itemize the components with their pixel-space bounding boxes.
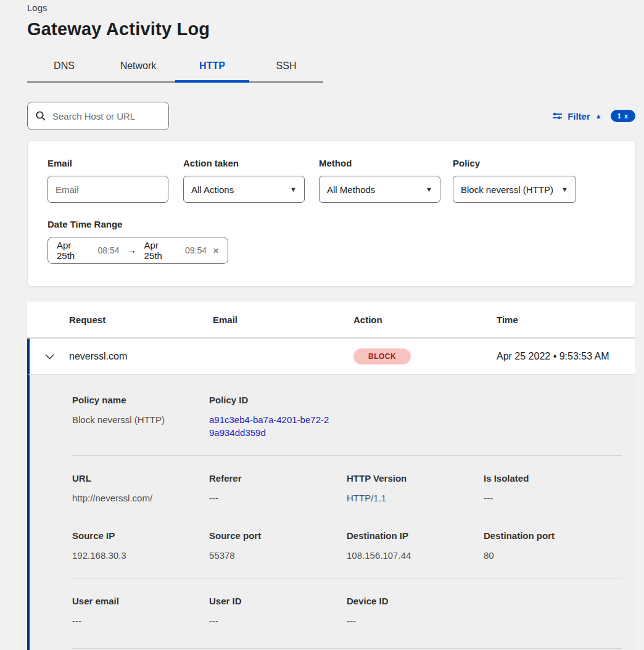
detail-field: Source IP 192.168.30.3	[72, 530, 209, 562]
email-filter-label: Email	[47, 158, 168, 168]
date-range-group: Date Time Range Apr 25th 08:54 → Apr 25t…	[47, 219, 615, 264]
detail-field: Referer ---	[209, 473, 347, 504]
tab-ssh[interactable]: SSH	[249, 56, 323, 81]
detail-field: Policy name Block neverssl (HTTP)	[72, 395, 209, 439]
toolbar: Filter ▲ 1 x	[27, 102, 644, 130]
detail-field: URL http://neverssl.com/	[72, 473, 209, 504]
row-action: BLOCK	[353, 348, 497, 364]
http-version-value: HTTP/1.1	[347, 492, 484, 504]
filter-label: Filter	[568, 111, 590, 121]
source-ip-value: 192.168.30.3	[72, 549, 209, 562]
email-filter-group: Email	[47, 158, 168, 203]
search-input[interactable]	[52, 111, 161, 121]
row-time: Apr 25 2022 • 9:53:53 AM	[497, 351, 635, 362]
date-range-picker[interactable]: Apr 25th 08:54 → Apr 25th 09:54 ×	[47, 237, 228, 264]
user-id-label: User ID	[209, 596, 347, 606]
action-filter-value: All Actions	[191, 184, 234, 195]
filter-fields-row: Email Action taken All Actions ▼ Method …	[47, 158, 615, 203]
time-from[interactable]: 08:54	[97, 245, 119, 255]
tab-network[interactable]: Network	[101, 56, 175, 81]
clear-date-icon[interactable]: ×	[213, 245, 219, 256]
user-email-label: User email	[72, 596, 209, 606]
url-value: http://neverssl.com/	[72, 492, 209, 504]
policy-section: Policy name Block neverssl (HTTP) Policy…	[72, 395, 622, 439]
action-filter-group: Action taken All Actions ▼	[183, 158, 305, 203]
column-header-action: Action	[353, 315, 497, 325]
destination-ip-label: Destination IP	[347, 530, 484, 541]
detail-field: Destination IP 108.156.107.44	[347, 530, 484, 562]
http-details-row2: Source IP 192.168.30.3 Source port 55378…	[72, 530, 622, 562]
url-label: URL	[72, 473, 209, 483]
source-port-value: 55378	[209, 549, 347, 562]
http-details-row1: URL http://neverssl.com/ Referer --- HTT…	[72, 473, 622, 504]
gateway-activity-page: Logs Gateway Activity Log DNS Network HT…	[0, 0, 644, 650]
date-range-label: Date Time Range	[47, 219, 615, 229]
policy-id-label: Policy ID	[209, 395, 347, 405]
method-filter-select[interactable]: All Methods ▼	[319, 176, 440, 203]
date-to[interactable]: Apr 25th	[144, 240, 179, 261]
device-id-label: Device ID	[347, 596, 484, 606]
user-id-value: ---	[209, 614, 347, 627]
is-isolated-value: ---	[484, 492, 622, 504]
row-request: neverssl.com	[69, 351, 213, 362]
detail-field-empty	[484, 596, 622, 627]
search-box[interactable]	[27, 102, 169, 130]
activity-log-table: Request Email Action Time neverssl.com B…	[27, 302, 635, 650]
table-header-row: Request Email Action Time	[27, 302, 635, 339]
source-ip-label: Source IP	[72, 530, 209, 541]
policy-filter-group: Policy Block neverssl (HTTP) ▼	[453, 158, 576, 203]
section-divider	[72, 578, 622, 578]
detail-field: Device ID ---	[347, 596, 484, 627]
source-port-label: Source port	[209, 530, 347, 541]
collapse-caret-icon: ▲	[595, 113, 602, 120]
tab-http[interactable]: HTTP	[175, 56, 249, 81]
user-email-value: ---	[72, 614, 209, 627]
column-header-time: Time	[497, 315, 635, 325]
time-to[interactable]: 09:54	[185, 245, 207, 255]
policy-name-value: Block neverssl (HTTP)	[72, 413, 209, 426]
chevron-down-icon: ▼	[290, 186, 297, 193]
destination-port-value: 80	[484, 549, 622, 562]
column-header-request: Request	[69, 315, 213, 325]
destination-port-label: Destination port	[484, 530, 622, 541]
http-version-label: HTTP Version	[347, 473, 484, 483]
range-arrow-icon: →	[126, 245, 138, 256]
section-divider	[72, 455, 622, 456]
breadcrumb[interactable]: Logs	[27, 0, 644, 13]
filter-panel: Email Action taken All Actions ▼ Method …	[27, 140, 635, 287]
column-header-email: Email	[213, 315, 353, 325]
policy-filter-value: Block neverssl (HTTP)	[461, 184, 553, 195]
tab-dns[interactable]: DNS	[27, 56, 101, 81]
filter-toggle-button[interactable]: Filter ▲ 1 x	[552, 110, 635, 122]
chevron-down-icon: ▼	[426, 186, 432, 193]
block-status-badge: BLOCK	[353, 348, 411, 364]
date-from[interactable]: Apr 25th	[57, 240, 91, 261]
policy-id-link[interactable]: a91c3eb4-ba7a-4201-be72-29a934dd359d	[209, 413, 329, 439]
detail-field: Source port 55378	[209, 530, 347, 562]
detail-field: Is Isolated ---	[484, 473, 622, 504]
policy-filter-label: Policy	[453, 158, 576, 168]
policy-name-label: Policy name	[72, 395, 209, 405]
table-row[interactable]: neverssl.com BLOCK Apr 25 2022 • 9:53:53…	[27, 339, 635, 375]
filter-count-badge[interactable]: 1 x	[611, 110, 635, 122]
row-expand-chevron[interactable]	[30, 354, 69, 360]
detail-field: User email ---	[72, 596, 209, 627]
search-icon	[35, 110, 46, 121]
policy-filter-select[interactable]: Block neverssl (HTTP) ▼	[453, 176, 576, 203]
referer-value: ---	[209, 492, 347, 504]
row-details-panel: Policy name Block neverssl (HTTP) Policy…	[27, 375, 635, 650]
filter-sliders-icon	[552, 111, 563, 121]
user-section: User email --- User ID --- Device ID ---	[72, 596, 622, 627]
method-filter-value: All Methods	[327, 184, 375, 195]
detail-field: HTTP Version HTTP/1.1	[347, 473, 484, 504]
page-title: Gateway Activity Log	[27, 19, 644, 39]
detail-field: User ID ---	[209, 596, 347, 627]
action-filter-select[interactable]: All Actions ▼	[183, 176, 305, 203]
method-filter-label: Method	[319, 158, 440, 168]
detail-field: Destination port 80	[484, 530, 622, 562]
device-id-value: ---	[347, 614, 484, 627]
destination-ip-value: 108.156.107.44	[347, 549, 484, 562]
action-filter-label: Action taken	[183, 158, 305, 168]
log-type-tabs: DNS Network HTTP SSH	[27, 56, 323, 83]
email-filter-input[interactable]	[56, 184, 160, 195]
